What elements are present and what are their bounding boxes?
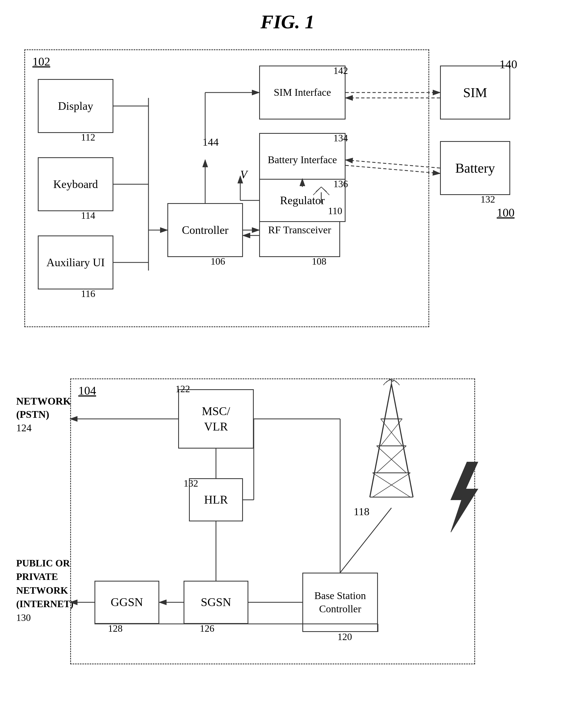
display-block: Display [38, 79, 113, 133]
sgsn-ref: 126 [200, 623, 214, 634]
aux-ui-ref: 116 [81, 288, 95, 299]
ref-144: 144 [202, 136, 219, 148]
sgsn-block: SGSN [183, 581, 248, 624]
device-ref: 102 [32, 55, 50, 69]
controller-ref: 106 [210, 256, 225, 267]
sim-interface-block: SIM Interface [259, 66, 345, 119]
sim-block: SIM [440, 66, 510, 119]
lightning-icon [435, 459, 488, 535]
rf-transceiver-ref: 108 [312, 256, 326, 267]
tower-icon [362, 378, 421, 508]
v-label: V [240, 168, 247, 181]
antenna-ref: 110 [328, 205, 342, 217]
battery-interface-ref: 134 [333, 133, 348, 144]
internet-label: PUBLIC OR PRIVATE NETWORK (INTERNET) 130 [16, 556, 73, 624]
svg-marker-39 [451, 462, 478, 532]
msc-vlr-ref: 122 [175, 383, 190, 395]
pstn-label: NETWORK (PSTN) 124 [16, 395, 71, 435]
top-diagram: 102 Display 112 Keyboard 114 Auxiliary U… [16, 44, 543, 341]
bsc-ref: 120 [337, 631, 352, 643]
controller-block: Controller [167, 203, 243, 257]
keyboard-ref: 114 [81, 210, 95, 221]
battery-ref: 132 [480, 194, 495, 205]
sim-ref: 140 [499, 58, 517, 71]
keyboard-block: Keyboard [38, 157, 113, 211]
ggsn-block: GGSN [95, 581, 159, 624]
page-title: FIG. 1 [16, 11, 559, 33]
regulator-ref: 136 [333, 178, 348, 190]
msc-vlr-block: MSC/ VLR [178, 389, 254, 448]
system-ref: 100 [497, 206, 514, 220]
hlr-ref: 132 [183, 478, 198, 489]
network-ref: 104 [78, 384, 96, 398]
bsc-block: Base Station Controller [302, 573, 378, 632]
battery-block: Battery [440, 141, 510, 195]
svg-line-27 [392, 384, 413, 497]
display-ref: 112 [81, 132, 95, 143]
svg-line-26 [370, 384, 392, 497]
sim-interface-ref: 142 [333, 65, 348, 76]
ggsn-ref: 128 [108, 623, 123, 634]
bottom-diagram: 104 NETWORK (PSTN) 124 PUBLIC OR PRIVATE… [16, 362, 543, 686]
aux-ui-block: Auxiliary UI [38, 235, 113, 289]
